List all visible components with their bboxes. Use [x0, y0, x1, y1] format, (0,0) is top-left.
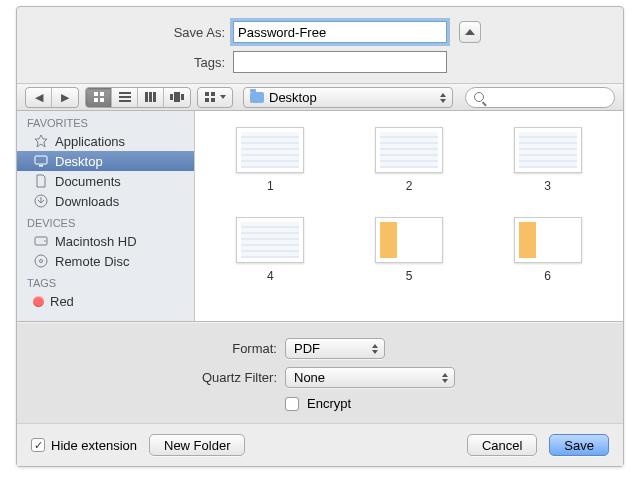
file-thumbnail [236, 217, 304, 263]
coverflow-view-icon [170, 92, 184, 102]
icon-view-icon [93, 91, 105, 103]
format-label: Format: [17, 341, 277, 356]
file-thumbnail [375, 127, 443, 173]
desktop-icon [33, 154, 49, 168]
sidebar-header-tags: TAGS [17, 271, 194, 291]
file-label: 1 [267, 179, 274, 193]
svg-rect-2 [94, 98, 98, 102]
file-thumbnail [514, 217, 582, 263]
arrange-button[interactable] [198, 88, 232, 107]
svg-rect-12 [181, 94, 184, 100]
sidebar-item-label: Documents [55, 174, 121, 189]
file-label: 4 [267, 269, 274, 283]
applications-icon [33, 134, 49, 148]
file-item[interactable]: 6 [498, 217, 597, 283]
sidebar-header-favorites: FAVORITES [17, 111, 194, 131]
location-popup[interactable]: Desktop [243, 87, 453, 108]
svg-rect-14 [211, 92, 215, 96]
svg-rect-18 [39, 165, 43, 167]
save-dialog: Save As: Tags: ◀ ▶ [16, 6, 624, 467]
svg-rect-10 [170, 94, 173, 100]
svg-point-22 [35, 255, 47, 267]
file-item[interactable]: 5 [360, 217, 459, 283]
sidebar-item-label: Remote Disc [55, 254, 129, 269]
sidebar-item-label: Red [50, 294, 74, 309]
file-item[interactable]: 3 [498, 127, 597, 193]
sidebar-item-label: Macintosh HD [55, 234, 137, 249]
browser-toolbar: ◀ ▶ Desktop [17, 83, 623, 111]
triangle-up-icon [465, 29, 475, 35]
collapse-disclosure-button[interactable] [459, 21, 481, 43]
format-select[interactable]: PDF [285, 338, 385, 359]
triangle-right-icon: ▶ [61, 92, 69, 103]
arrange-icon [205, 92, 217, 102]
hide-extension-checkbox[interactable] [31, 438, 45, 452]
list-view-icon [119, 92, 131, 102]
sidebar-item-label: Applications [55, 134, 125, 149]
sidebar-item-documents[interactable]: Documents [17, 171, 194, 191]
quartz-filter-label: Quartz Filter: [17, 370, 277, 385]
nav-back-forward: ◀ ▶ [25, 87, 79, 108]
hide-extension-label: Hide extension [51, 438, 137, 453]
updown-arrows-icon [370, 342, 380, 356]
sidebar-item-macintosh-hd[interactable]: Macintosh HD [17, 231, 194, 251]
cancel-button[interactable]: Cancel [467, 434, 537, 456]
sidebar-item-applications[interactable]: Applications [17, 131, 194, 151]
view-coverflow-button[interactable] [164, 88, 190, 107]
sidebar-item-remote-disc[interactable]: Remote Disc [17, 251, 194, 271]
documents-icon [33, 174, 49, 188]
file-thumbnail [514, 127, 582, 173]
file-label: 5 [406, 269, 413, 283]
file-label: 3 [544, 179, 551, 193]
svg-rect-15 [205, 98, 209, 102]
button-bar: Hide extension New Folder Cancel Save [17, 423, 623, 466]
sidebar-item-tag-red[interactable]: Red [17, 291, 194, 311]
new-folder-button[interactable]: New Folder [149, 434, 245, 456]
svg-rect-1 [100, 92, 104, 96]
view-list-button[interactable] [112, 88, 138, 107]
svg-point-23 [40, 260, 43, 263]
file-thumbnail [236, 127, 304, 173]
arrange-segment [197, 87, 233, 108]
sidebar: FAVORITES Applications Desktop Documents… [17, 111, 195, 321]
sidebar-header-devices: DEVICES [17, 211, 194, 231]
hide-extension-toggle[interactable]: Hide extension [31, 438, 137, 453]
quartz-filter-select[interactable]: None [285, 367, 455, 388]
sidebar-item-desktop[interactable]: Desktop [17, 151, 194, 171]
top-fields: Save As: Tags: [17, 7, 623, 83]
tag-dot-icon [33, 296, 44, 307]
svg-rect-3 [100, 98, 104, 102]
view-column-button[interactable] [138, 88, 164, 107]
view-icon-button[interactable] [86, 88, 112, 107]
sidebar-item-label: Downloads [55, 194, 119, 209]
svg-rect-8 [149, 92, 152, 102]
svg-rect-5 [119, 96, 131, 98]
file-label: 6 [544, 269, 551, 283]
location-label: Desktop [269, 90, 317, 105]
file-browser: FAVORITES Applications Desktop Documents… [17, 111, 623, 321]
file-label: 2 [406, 179, 413, 193]
search-input[interactable] [488, 90, 606, 104]
svg-rect-17 [35, 156, 47, 164]
back-button[interactable]: ◀ [26, 88, 52, 107]
forward-button[interactable]: ▶ [52, 88, 78, 107]
save-as-input[interactable] [233, 21, 447, 43]
search-icon [474, 92, 484, 102]
tags-input[interactable] [233, 51, 447, 73]
file-item[interactable]: 4 [221, 217, 320, 283]
file-item[interactable]: 1 [221, 127, 320, 193]
sidebar-item-downloads[interactable]: Downloads [17, 191, 194, 211]
view-mode-segment [85, 87, 191, 108]
column-view-icon [145, 92, 157, 102]
updown-arrows-icon [438, 91, 448, 105]
encrypt-checkbox[interactable] [285, 397, 299, 411]
svg-rect-7 [145, 92, 148, 102]
file-item[interactable]: 2 [360, 127, 459, 193]
svg-rect-9 [153, 92, 156, 102]
encrypt-label: Encrypt [307, 396, 351, 411]
svg-rect-13 [205, 92, 209, 96]
save-button[interactable]: Save [549, 434, 609, 456]
tags-label: Tags: [17, 55, 225, 70]
search-field[interactable] [465, 87, 615, 108]
options-panel: Format: PDF Quartz Filter: None Encrypt [17, 321, 623, 466]
